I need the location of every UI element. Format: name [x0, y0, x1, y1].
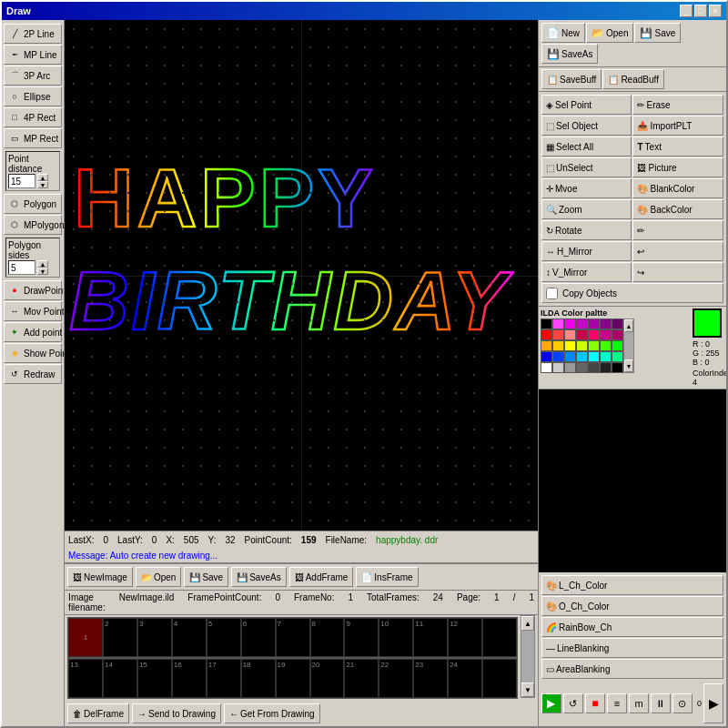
right-arrow-button[interactable]: ▶: [703, 683, 723, 723]
tool-mp-rect[interactable]: ▭ MP Rect: [4, 128, 62, 148]
frame-cell-1[interactable]: 1: [68, 618, 103, 657]
tool-redraw[interactable]: ↺ Redraw: [4, 364, 62, 384]
color-swatch-black[interactable]: [541, 318, 552, 329]
import-plt-button[interactable]: 📥 ImportPLT: [632, 116, 723, 136]
color-swatch-24[interactable]: [576, 362, 588, 373]
frame-cell-15[interactable]: 15: [137, 659, 172, 698]
copy-objects-button[interactable]: Copy Objects: [541, 283, 723, 303]
h-mirror-button[interactable]: ↔ H_Mirror: [541, 241, 632, 261]
text-button[interactable]: T Text: [632, 136, 723, 157]
zoom-button[interactable]: 🔍 Zoom: [541, 199, 632, 219]
frame-cell-6[interactable]: 6: [241, 618, 276, 657]
color-swatch-20[interactable]: [600, 351, 612, 362]
close-button[interactable]: ×: [709, 5, 722, 17]
frame-cell-23[interactable]: 23: [413, 659, 448, 698]
color-swatch-5[interactable]: [600, 318, 612, 329]
add-frame-button[interactable]: 🖼 AddFrame: [289, 567, 354, 587]
frame-cell-7[interactable]: 7: [276, 618, 310, 657]
frame-cell-8[interactable]: 8: [310, 618, 345, 657]
frame-cell-5[interactable]: 5: [207, 618, 241, 657]
l-ch-color-button[interactable]: 🎨 L_Ch_Color: [541, 575, 723, 595]
rotate-button[interactable]: ↻ Rotate: [541, 220, 632, 240]
pause-button[interactable]: ⏸: [651, 693, 671, 713]
color-swatch-19[interactable]: [576, 351, 588, 362]
frame-cell-14[interactable]: 14: [103, 659, 137, 698]
color-swatch-yellow[interactable]: [564, 340, 576, 351]
rainbow-ch-button[interactable]: 🌈 RainBow_Ch: [541, 617, 723, 637]
frame-cell-20[interactable]: 20: [310, 659, 345, 698]
frame-cell-19[interactable]: 19: [276, 659, 310, 698]
save-button[interactable]: 💾 Save: [184, 567, 228, 587]
color-swatch-18[interactable]: [564, 351, 576, 362]
color-swatch-black2[interactable]: [612, 362, 623, 373]
color-swatch-17[interactable]: [552, 351, 564, 362]
back-color-button[interactable]: 🎨 BackColor: [632, 199, 723, 219]
scroll-down-button[interactable]: ▼: [521, 682, 534, 697]
polygon-spin-down[interactable]: ▼: [37, 268, 48, 275]
polygon-sides-input[interactable]: [8, 260, 35, 275]
color-swatch-12[interactable]: [612, 329, 623, 340]
color-swatch-6[interactable]: [612, 318, 623, 329]
color-swatch-21[interactable]: [612, 351, 623, 362]
color-swatch-14[interactable]: [576, 340, 588, 351]
new-image-button[interactable]: 🖼 NewImage: [67, 567, 133, 587]
frame-cell-13[interactable]: 13: [68, 659, 103, 698]
read-buff-button[interactable]: 📋 ReadBuff: [602, 69, 664, 89]
loop-button[interactable]: ↺: [563, 693, 583, 713]
pencil-button[interactable]: ✏: [632, 220, 723, 240]
ins-frame-button[interactable]: 📄 InsFrame: [356, 567, 418, 587]
select-all-button[interactable]: ▦ Select All: [541, 136, 632, 157]
send-to-drawing-button[interactable]: → Send to Drawing: [132, 703, 221, 723]
color-swatch-red[interactable]: [541, 329, 552, 340]
color-swatch-green[interactable]: [612, 340, 623, 351]
sel-point-button[interactable]: ◈ Sel Point: [541, 95, 632, 115]
color-swatch-white[interactable]: [541, 362, 552, 373]
tool-2p-line[interactable]: ╱ 2P Line: [4, 24, 62, 44]
step-button[interactable]: ≡: [607, 693, 627, 713]
frame-cell-21[interactable]: 21: [344, 659, 379, 698]
tool-3p-arc[interactable]: ⌒ 3P Arc: [4, 66, 62, 86]
tool-polygon[interactable]: ⬡ Polygon: [4, 194, 62, 214]
palette-scroll-down[interactable]: ▼: [624, 359, 633, 372]
tool-show-point[interactable]: ◈ Show Point: [4, 343, 62, 363]
color-swatch-22[interactable]: [552, 362, 564, 373]
frame-cell-11[interactable]: 11: [413, 618, 448, 657]
tool-add-point[interactable]: ✦ Add point: [4, 322, 62, 342]
tool-draw-point[interactable]: ● DrawPoint: [4, 280, 62, 300]
sel-object-button[interactable]: ⬚ Sel Object: [541, 116, 632, 136]
color-swatch-7[interactable]: [552, 329, 564, 340]
tool-ellipse[interactable]: ○ Ellipse: [4, 86, 62, 106]
open-button[interactable]: 📂 Open: [136, 567, 181, 587]
color-swatch-15[interactable]: [588, 340, 600, 351]
save-file-button[interactable]: 💾 Save: [634, 23, 681, 43]
mvoe-button[interactable]: ✛ Mvoe: [541, 178, 632, 198]
color-swatch-23[interactable]: [564, 362, 576, 373]
frame-cell-24[interactable]: 24: [448, 659, 482, 698]
frame-cell-3[interactable]: 3: [137, 618, 172, 657]
tool-mov-point[interactable]: ↔ Mov Point: [4, 301, 62, 321]
polygon-spin-up[interactable]: ▲: [37, 260, 48, 268]
point-distance-input[interactable]: [8, 174, 35, 188]
play-button[interactable]: ▶: [541, 693, 561, 713]
color-swatch-13[interactable]: [552, 340, 564, 351]
frame-cell-9[interactable]: 9: [344, 618, 379, 657]
save-buff-button[interactable]: 📋 SaveBuff: [541, 69, 602, 89]
color-swatch-11[interactable]: [600, 329, 612, 340]
picture-button[interactable]: 🖼 Picture: [632, 157, 723, 177]
line-blanking-button[interactable]: — LineBlanking: [541, 638, 723, 658]
color-swatch-25[interactable]: [588, 362, 600, 373]
palette-scroll-up[interactable]: ▲: [624, 319, 633, 332]
maximize-button[interactable]: □: [694, 5, 707, 17]
new-button[interactable]: 📄 New: [541, 23, 585, 43]
erase-button[interactable]: ✏ Erase: [632, 95, 723, 115]
open-file-button[interactable]: 📂 Open: [586, 23, 633, 43]
frame-cell-18[interactable]: 18: [241, 659, 276, 698]
curve1-button[interactable]: ↩: [632, 241, 723, 261]
color-swatch-1[interactable]: [552, 318, 564, 329]
tool-mpolygon[interactable]: ⬡ MPolygon: [4, 215, 62, 235]
frame-cell-16[interactable]: 16: [172, 659, 207, 698]
color-swatch-3[interactable]: [576, 318, 588, 329]
stop-button[interactable]: ■: [585, 693, 605, 713]
frame-cell-17[interactable]: 17: [207, 659, 241, 698]
color-swatch-8[interactable]: [564, 329, 576, 340]
